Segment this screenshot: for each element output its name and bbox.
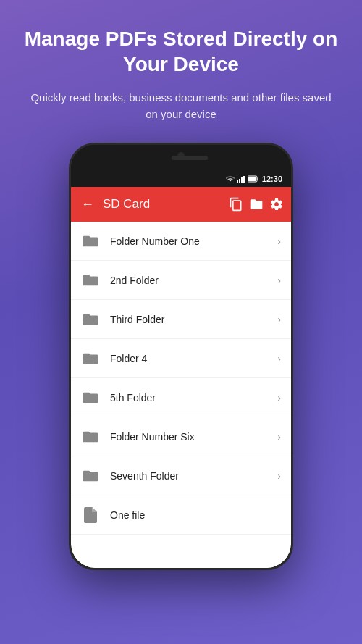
app-bar-title: SD Card [103, 197, 223, 212]
file-list: Folder Number One› 2nd Folder› Third Fol… [71, 222, 291, 568]
back-button[interactable]: ← [78, 194, 97, 215]
hero-title: Manage PDFs Stored Directly on Your Devi… [0, 26, 362, 77]
list-item[interactable]: One file [71, 495, 291, 535]
file-name: 5th Folder [110, 392, 277, 403]
chevron-right-icon: › [277, 275, 281, 286]
status-icons [226, 175, 259, 183]
battery-icon [248, 175, 259, 183]
chevron-right-icon: › [277, 353, 281, 364]
chevron-right-icon: › [277, 470, 281, 482]
folder-icon [81, 310, 100, 329]
speaker-grille [172, 156, 208, 160]
wifi-icon [226, 175, 235, 183]
svg-rect-2 [241, 177, 243, 183]
list-item[interactable]: Folder Number One› [71, 222, 291, 261]
file-name: Folder 4 [110, 353, 277, 364]
settings-icon[interactable] [269, 197, 284, 212]
file-name: Folder Number Six [110, 431, 277, 443]
phone-top [71, 145, 291, 171]
svg-rect-3 [243, 176, 245, 183]
file-name: One file [110, 509, 281, 521]
folder-icon [81, 467, 100, 485]
file-name: Folder Number One [110, 235, 277, 247]
folder-icon [81, 349, 100, 368]
file-name: Seventh Folder [110, 470, 277, 482]
list-item[interactable]: Seventh Folder› [71, 456, 291, 495]
file-name: Third Folder [110, 314, 277, 325]
list-item[interactable]: Third Folder› [71, 300, 291, 339]
chevron-right-icon: › [277, 314, 281, 325]
list-item[interactable]: Folder 4› [71, 339, 291, 378]
status-bar: 12:30 [71, 171, 291, 187]
file-icon [81, 506, 100, 524]
phone-frame: 12:30 ← SD Card [69, 143, 293, 570]
folder-icon [81, 388, 100, 407]
app-bar: ← SD Card [71, 187, 291, 222]
svg-rect-1 [239, 179, 240, 183]
folder-icon[interactable] [249, 197, 264, 212]
signal-icon [237, 175, 245, 183]
list-item[interactable]: 2nd Folder› [71, 261, 291, 300]
folder-icon [81, 427, 100, 446]
list-item[interactable]: 5th Folder› [71, 378, 291, 417]
app-bar-actions [229, 197, 284, 212]
status-time: 12:30 [262, 175, 282, 183]
list-item[interactable]: Folder Number Six› [71, 417, 291, 456]
svg-rect-5 [248, 177, 256, 181]
svg-rect-6 [257, 178, 258, 180]
hero-subtitle: Quickly read books, business documents a… [0, 90, 362, 122]
svg-rect-0 [237, 180, 238, 183]
folder-icon [81, 271, 100, 290]
folder-icon [81, 232, 100, 251]
phone-screen: 12:30 ← SD Card [71, 171, 291, 568]
file-name: 2nd Folder [110, 275, 277, 286]
chevron-right-icon: › [277, 431, 281, 443]
copy-icon[interactable] [229, 197, 243, 212]
chevron-right-icon: › [277, 392, 281, 403]
chevron-right-icon: › [277, 235, 281, 247]
